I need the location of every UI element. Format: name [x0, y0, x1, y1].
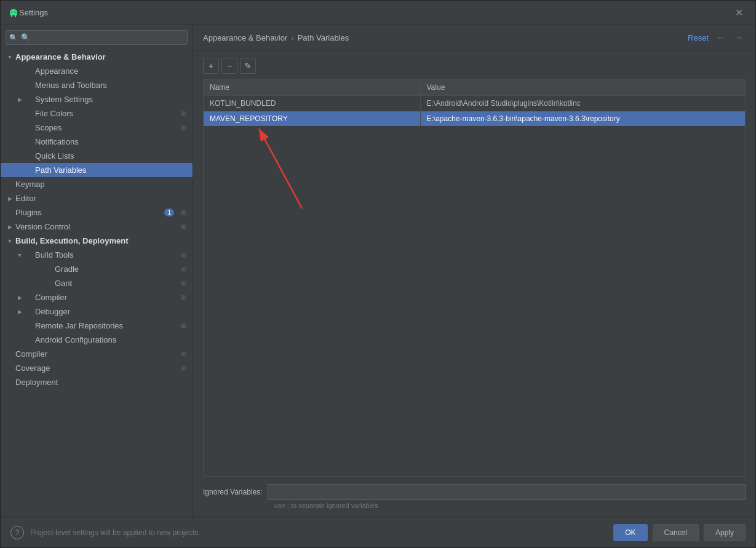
breadcrumb-bar: Appearance & Behavior › Path Variables R… — [193, 25, 755, 50]
sidebar-item-label: Deployment — [15, 378, 188, 387]
remove-button[interactable]: − — [221, 58, 237, 74]
sidebar-item-file-colors[interactable]: ▶ File Colors ⊞ — [1, 106, 193, 121]
external-link-icon: ⊞ — [179, 251, 188, 260]
table-container: Name Value KOTLIN_BUNDLED E:\Android\And… — [203, 79, 746, 477]
sidebar-item-debugger[interactable]: ▶ Debugger — [1, 304, 193, 319]
ignored-variables-section: Ignored Variables: use ; to separate ign… — [203, 484, 746, 509]
sidebar-item-appearance[interactable]: ▶ Appearance — [1, 64, 193, 78]
back-button[interactable]: ← — [714, 31, 727, 44]
sidebar-item-notifications[interactable]: ▶ Notifications — [1, 135, 193, 149]
expand-arrow-appearance-behavior: ▼ — [6, 53, 14, 62]
sidebar-item-remote-jar[interactable]: ▶ Remote Jar Repositories ⊞ — [1, 319, 193, 333]
svg-point-1 — [15, 11, 16, 12]
expand-arrow-build: ▼ — [6, 237, 14, 245]
table-row[interactable]: KOTLIN_BUNDLED E:\Android\Android Studio… — [204, 96, 745, 111]
search-input[interactable] — [6, 30, 188, 45]
sidebar-item-android-configurations[interactable]: ▶ Android Configurations — [1, 333, 193, 347]
cell-value: E:\apache-maven-3.6.3-bin\apache-maven-3… — [420, 111, 745, 127]
sidebar-item-label: Coverage — [15, 363, 177, 373]
sidebar-item-editor[interactable]: ▶ Editor — [1, 191, 193, 205]
sidebar-item-keymap[interactable]: ▶ Keymap — [1, 177, 193, 191]
sidebar-item-label: Compiler — [15, 349, 177, 359]
sidebar-item-label: Menus and Toolbars — [35, 81, 188, 90]
annotation-arrow — [253, 116, 327, 215]
sidebar-item-build-execution-deployment[interactable]: ▼ Build, Execution, Deployment — [1, 234, 193, 248]
search-icon: 🔍 — [9, 34, 18, 42]
sidebar-item-label: Debugger — [35, 307, 188, 316]
sidebar-item-gradle[interactable]: ▶ Gradle ⊞ — [1, 262, 193, 276]
sidebar-item-build-tools[interactable]: ▼ Build Tools ⊞ — [1, 248, 193, 262]
sidebar-item-path-variables[interactable]: ▶ Path Variables — [1, 163, 193, 177]
path-variables-table: Name Value KOTLIN_BUNDLED E:\Android\And… — [204, 79, 745, 127]
action-buttons: OK Cancel Apply — [613, 524, 746, 541]
sidebar-item-appearance-behavior[interactable]: ▼ Appearance & Behavior — [1, 50, 193, 64]
sidebar-item-version-control[interactable]: ▶ Version Control ⊞ — [1, 220, 193, 234]
sidebar-item-label: Remote Jar Repositories — [35, 321, 177, 330]
sidebar-item-label: Appearance — [35, 66, 188, 76]
sidebar-item-deployment[interactable]: ▶ Deployment — [1, 375, 193, 389]
ignored-variables-row: Ignored Variables: — [203, 484, 746, 500]
search-box: 🔍 — [6, 30, 188, 45]
sidebar-item-scopes[interactable]: ▶ Scopes ⊞ — [1, 121, 193, 135]
toolbar: + − ✎ — [203, 58, 746, 74]
cell-name: KOTLIN_BUNDLED — [204, 96, 420, 111]
forward-button[interactable]: → — [732, 31, 746, 44]
sidebar-item-label: Gant — [55, 279, 177, 288]
close-button[interactable]: ✕ — [730, 4, 748, 21]
sidebar-item-compiler[interactable]: ▶ Compiler ⊞ — [1, 290, 193, 304]
sidebar-item-label: Quick Lists — [35, 151, 188, 161]
sidebar-item-plugins[interactable]: ▶ Plugins 1 ⊞ — [1, 205, 193, 220]
sidebar-item-label: Android Configurations — [35, 335, 188, 344]
edit-button[interactable]: ✎ — [240, 58, 256, 74]
external-link-icon: ⊞ — [179, 279, 188, 288]
plugins-badge: 1 — [164, 208, 174, 216]
sidebar-item-label: Scopes — [35, 123, 177, 132]
add-button[interactable]: + — [203, 58, 219, 74]
bottom-bar: ? Project-level settings will be applied… — [1, 517, 755, 547]
external-link-icon: ⊞ — [179, 124, 188, 132]
window-title: Settings — [19, 8, 730, 17]
cell-value: E:\Android\Android Studio\plugins\Kotlin… — [420, 96, 745, 111]
help-button[interactable]: ? — [10, 526, 24, 539]
external-link-icon: ⊞ — [179, 322, 188, 330]
ignored-variables-input[interactable] — [268, 484, 746, 500]
ignored-variables-label: Ignored Variables: — [203, 488, 263, 496]
android-icon — [8, 9, 19, 17]
sidebar-item-label: Build, Execution, Deployment — [15, 236, 188, 245]
apply-button[interactable]: Apply — [704, 524, 746, 541]
sidebar: 🔍 ▼ Appearance & Behavior ▶ Appearance — [1, 25, 193, 517]
expand-arrow-version-control: ▶ — [6, 223, 14, 231]
external-link-icon: ⊞ — [179, 293, 188, 302]
breadcrumb-current: Path Variables — [298, 33, 349, 42]
sidebar-tree: ▼ Appearance & Behavior ▶ Appearance ▶ M… — [1, 50, 193, 517]
expand-arrow-system-settings: ▶ — [15, 95, 24, 104]
svg-point-0 — [12, 11, 13, 12]
sidebar-item-gant[interactable]: ▶ Gant ⊞ — [1, 276, 193, 290]
ignored-variables-hint: use ; to separate ignored variables — [274, 502, 746, 509]
cancel-button[interactable]: Cancel — [653, 524, 699, 541]
sidebar-item-label: Editor — [15, 194, 188, 203]
breadcrumb-separator: › — [291, 33, 293, 42]
breadcrumb-parent: Appearance & Behavior — [203, 33, 287, 42]
sidebar-item-quick-lists[interactable]: ▶ Quick Lists — [1, 149, 193, 163]
sidebar-item-label: Build Tools — [35, 250, 177, 260]
cell-name: MAVEN_REPOSITORY — [204, 111, 420, 127]
external-link-icon: ⊞ — [179, 223, 188, 231]
bottom-hint: Project-level settings will be applied t… — [30, 528, 198, 537]
ok-button[interactable]: OK — [613, 524, 647, 541]
sidebar-item-compiler-top[interactable]: ▶ Compiler ⊞ — [1, 347, 193, 361]
table-row[interactable]: MAVEN_REPOSITORY E:\apache-maven-3.6.3-b… — [204, 111, 745, 127]
settings-window: Settings ✕ 🔍 ▼ Appearance & Behavior ▶ A… — [0, 0, 756, 548]
external-link-icon: ⊞ — [179, 265, 188, 274]
titlebar: Settings ✕ — [1, 1, 755, 25]
sidebar-item-label: Version Control — [15, 222, 177, 231]
column-name: Name — [204, 79, 420, 96]
right-panel: Appearance & Behavior › Path Variables R… — [193, 25, 755, 517]
column-value: Value — [420, 79, 745, 96]
reset-button[interactable]: Reset — [688, 33, 709, 42]
sidebar-item-system-settings[interactable]: ▶ System Settings — [1, 92, 193, 106]
sidebar-item-coverage[interactable]: ▶ Coverage ⊞ — [1, 361, 193, 375]
external-link-icon: ⊞ — [179, 208, 188, 217]
sidebar-item-label: Keymap — [15, 180, 188, 189]
sidebar-item-menus-toolbars[interactable]: ▶ Menus and Toolbars — [1, 78, 193, 92]
